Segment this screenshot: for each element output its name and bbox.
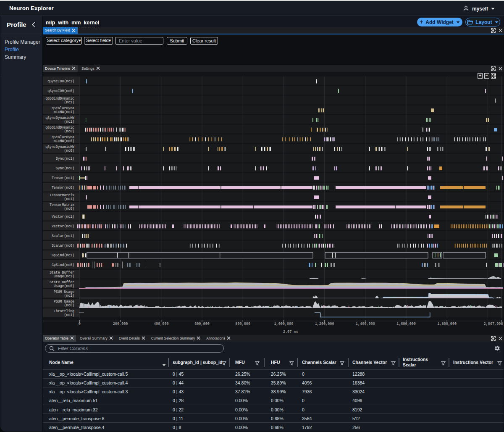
svg-text:1,000,000: 1,000,000: [274, 322, 293, 326]
svg-text:1,800,000: 1,800,000: [437, 322, 457, 326]
svg-text:GpSimd(nc0): GpSimd(nc0): [52, 263, 74, 267]
svg-text:micHW(nc0): micHW(nc0): [54, 139, 74, 143]
svg-text:2,067,998: 2,067,998: [484, 322, 503, 326]
svg-text:micHW(nc1): micHW(nc1): [54, 110, 74, 114]
svg-text:qSyncIO0(nc1): qSyncIO0(nc1): [47, 79, 74, 83]
svg-text:(nc0): (nc0): [64, 303, 74, 307]
svg-text:Scalar(nc1): Scalar(nc1): [52, 234, 74, 238]
svg-text:Tensor(nc0): Tensor(nc0): [52, 186, 74, 190]
svg-text:Scalar(nc0): Scalar(nc0): [52, 244, 74, 248]
svg-text:Usage(nc1): Usage(nc1): [54, 274, 74, 278]
svg-text:1,200,000: 1,200,000: [315, 322, 334, 326]
svg-text:(nc0): (nc0): [64, 129, 74, 133]
svg-text:2.07 ms: 2.07 ms: [283, 330, 298, 334]
svg-text:(nc0): (nc0): [64, 149, 74, 153]
svg-text:1,600,000: 1,600,000: [396, 322, 416, 326]
svg-text:qSyncIO0(nc0): qSyncIO0(nc0): [47, 89, 74, 93]
svg-text:800,000: 800,000: [235, 322, 250, 326]
svg-text:(nc1): (nc1): [64, 197, 74, 201]
svg-text:1,400,000: 1,400,000: [356, 322, 375, 326]
svg-text:(nc0): (nc0): [64, 207, 74, 211]
svg-text:Tensor(nc1): Tensor(nc1): [52, 176, 74, 180]
svg-text:Vector(nc0): Vector(nc0): [52, 224, 74, 228]
svg-text:Vector(nc1): Vector(nc1): [52, 215, 74, 219]
svg-text:Sync(nc1): Sync(nc1): [56, 157, 74, 161]
svg-text:(nc1): (nc1): [64, 313, 74, 317]
svg-text:GpSimd(nc1): GpSimd(nc1): [52, 253, 74, 257]
svg-text:(nc1): (nc1): [64, 120, 74, 124]
svg-text:200,000: 200,000: [113, 322, 128, 326]
svg-text:(nc1): (nc1): [64, 294, 74, 298]
svg-text:0: 0: [79, 322, 81, 326]
svg-text:Sync(nc0): Sync(nc0): [56, 166, 74, 170]
svg-text:400,000: 400,000: [154, 322, 169, 326]
svg-text:Usage(nc0): Usage(nc0): [54, 284, 74, 288]
svg-text:600,000: 600,000: [194, 322, 210, 326]
svg-text:(nc1): (nc1): [64, 100, 74, 104]
